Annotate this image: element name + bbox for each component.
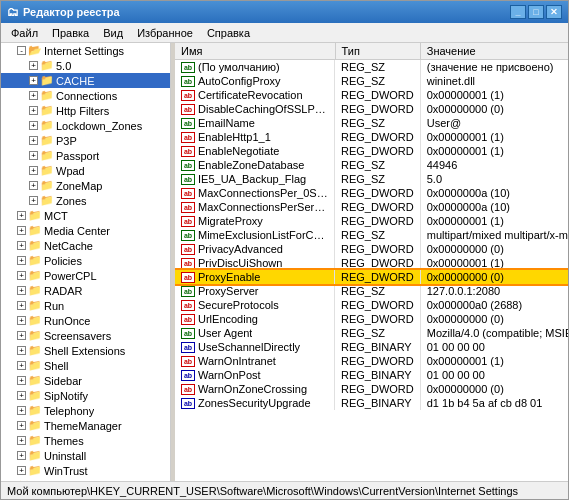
sidebar-item-radar[interactable]: +📁RADAR	[1, 283, 170, 298]
table-row[interactable]: ab(По умолчанию)REG_SZ(значение не присв…	[175, 60, 568, 75]
table-row[interactable]: abMigrateProxyREG_DWORD0x00000001 (1)	[175, 214, 568, 228]
sidebar-item-media-center[interactable]: +📁Media Center	[1, 223, 170, 238]
sidebar-item-uninstall[interactable]: +📁Uninstall	[1, 448, 170, 463]
menu-favorites[interactable]: Избранное	[131, 26, 199, 40]
expand-icon[interactable]: +	[29, 196, 38, 205]
expand-icon[interactable]: +	[29, 166, 38, 175]
table-row[interactable]: abUseSchannelDirectlyREG_BINARY01 00 00 …	[175, 340, 568, 354]
sidebar-item-mct[interactable]: +📁MCT	[1, 208, 170, 223]
expand-icon[interactable]: +	[29, 106, 38, 115]
minimize-button[interactable]: _	[510, 5, 526, 19]
sidebar-item-zones[interactable]: +📁Zones	[1, 193, 170, 208]
table-row[interactable]: abProxyEnableREG_DWORD0x00000000 (0)	[175, 270, 568, 284]
sidebar-item-runonce[interactable]: +📁RunOnce	[1, 313, 170, 328]
expand-icon[interactable]: +	[17, 376, 26, 385]
menu-edit[interactable]: Правка	[46, 26, 95, 40]
expand-icon[interactable]: +	[17, 421, 26, 430]
sidebar-item-internet-settings[interactable]: -📂Internet Settings	[1, 43, 170, 58]
sidebar-item-sidebar[interactable]: +📁Sidebar	[1, 373, 170, 388]
col-type[interactable]: Тип	[335, 43, 420, 60]
reg-name: IE5_UA_Backup_Flag	[198, 173, 306, 185]
table-row[interactable]: abCertificateRevocationREG_DWORD0x000000…	[175, 88, 568, 102]
table-row[interactable]: abEnableHttp1_1REG_DWORD0x00000001 (1)	[175, 130, 568, 144]
expand-icon[interactable]: +	[29, 61, 38, 70]
sidebar-item-cache[interactable]: +📁CACHE	[1, 73, 170, 88]
sidebar-item-screensavers[interactable]: +📁Screensavers	[1, 328, 170, 343]
expand-icon[interactable]: +	[17, 271, 26, 280]
expand-icon[interactable]: +	[17, 466, 26, 475]
table-row[interactable]: abDisableCachingOfSSLPagesREG_DWORD0x000…	[175, 102, 568, 116]
expand-icon[interactable]: +	[29, 151, 38, 160]
sidebar-item-passport[interactable]: +📁Passport	[1, 148, 170, 163]
sidebar-scroll-area[interactable]: -📂Internet Settings+📁5.0+📁CACHE+📁Connect…	[1, 43, 170, 481]
table-row[interactable]: abMimeExclusionListForCacheREG_SZmultipa…	[175, 228, 568, 242]
sidebar-item-connections[interactable]: +📁Connections	[1, 88, 170, 103]
expand-icon[interactable]: +	[17, 301, 26, 310]
expand-icon[interactable]: +	[17, 316, 26, 325]
expand-icon[interactable]: +	[17, 451, 26, 460]
collapse-icon[interactable]: -	[17, 46, 26, 55]
menu-help[interactable]: Справка	[201, 26, 256, 40]
expand-icon[interactable]: +	[17, 361, 26, 370]
cell-name: abUser Agent	[175, 326, 335, 340]
expand-icon[interactable]: +	[29, 91, 38, 100]
sidebar-item-netcache[interactable]: +📁NetCache	[1, 238, 170, 253]
table-row[interactable]: abWarnOnIntranetREG_DWORD0x00000001 (1)	[175, 354, 568, 368]
sidebar[interactable]: -📂Internet Settings+📁5.0+📁CACHE+📁Connect…	[1, 43, 171, 481]
menu-file[interactable]: Файл	[5, 26, 44, 40]
sidebar-item-sipnotify[interactable]: +📁SipNotify	[1, 388, 170, 403]
col-name[interactable]: Имя	[175, 43, 335, 60]
expand-icon[interactable]: +	[17, 241, 26, 250]
table-row[interactable]: abMaxConnectionsPerServerREG_DWORD0x0000…	[175, 200, 568, 214]
close-button[interactable]: ✕	[546, 5, 562, 19]
expand-icon[interactable]: +	[17, 211, 26, 220]
sidebar-item-policies[interactable]: +📁Policies	[1, 253, 170, 268]
expand-icon[interactable]: +	[29, 121, 38, 130]
expand-icon[interactable]: +	[17, 256, 26, 265]
sidebar-item-telephony[interactable]: +📁Telephony	[1, 403, 170, 418]
sidebar-item-5-0[interactable]: +📁5.0	[1, 58, 170, 73]
table-row[interactable]: abPrivacyAdvancedREG_DWORD0x00000000 (0)	[175, 242, 568, 256]
expand-icon[interactable]: +	[29, 76, 38, 85]
sidebar-item-wintrust[interactable]: +📁WinTrust	[1, 463, 170, 478]
expand-icon[interactable]: +	[29, 136, 38, 145]
sidebar-item-lockdown-zones[interactable]: +📁Lockdown_Zones	[1, 118, 170, 133]
expand-icon[interactable]: +	[17, 436, 26, 445]
expand-icon[interactable]: +	[17, 331, 26, 340]
sidebar-item-p3p[interactable]: +📁P3P	[1, 133, 170, 148]
table-row[interactable]: abEnableZoneDatabaseREG_SZ44946	[175, 158, 568, 172]
table-row[interactable]: abEnableNegotiateREG_DWORD0x00000001 (1)	[175, 144, 568, 158]
table-row[interactable]: abWarnOnPostREG_BINARY01 00 00 00	[175, 368, 568, 382]
sidebar-item-thememanager[interactable]: +📁ThemeManager	[1, 418, 170, 433]
table-row[interactable]: abUser AgentREG_SZMozilla/4.0 (compatibl…	[175, 326, 568, 340]
table-row[interactable]: abEmailNameREG_SZUser@	[175, 116, 568, 130]
col-value[interactable]: Значение	[420, 43, 568, 60]
table-row[interactable]: abPrivDiscUiShownREG_DWORD0x00000001 (1)	[175, 256, 568, 270]
sidebar-item-zonemap[interactable]: +📁ZoneMap	[1, 178, 170, 193]
sidebar-item-shell-extensions[interactable]: +📁Shell Extensions	[1, 343, 170, 358]
table-row[interactable]: abWarnOnZoneCrossingREG_DWORD0x00000000 …	[175, 382, 568, 396]
sidebar-item-themes[interactable]: +📁Themes	[1, 433, 170, 448]
sidebar-item-shell[interactable]: +📁Shell	[1, 358, 170, 373]
menu-view[interactable]: Вид	[97, 26, 129, 40]
sidebar-item-http-filters[interactable]: +📁Http Filters	[1, 103, 170, 118]
table-row[interactable]: abMaxConnectionsPer_0ServerREG_DWORD0x00…	[175, 186, 568, 200]
expand-icon[interactable]: +	[17, 226, 26, 235]
table-row[interactable]: abProxyServerREG_SZ127.0.0.1:2080	[175, 284, 568, 298]
sidebar-item-wpad[interactable]: +📁Wpad	[1, 163, 170, 178]
sidebar-item-run[interactable]: +📁Run	[1, 298, 170, 313]
expand-icon[interactable]: +	[17, 346, 26, 355]
expand-icon[interactable]: +	[29, 181, 38, 190]
registry-table[interactable]: Имя Тип Значение ab(По умолчанию)REG_SZ(…	[175, 43, 568, 481]
table-row[interactable]: abZonesSecurityUpgradeREG_BINARYd1 1b b4…	[175, 396, 568, 410]
cell-type: REG_SZ	[335, 326, 420, 340]
sidebar-item-powercpl[interactable]: +📁PowerCPL	[1, 268, 170, 283]
expand-icon[interactable]: +	[17, 391, 26, 400]
table-row[interactable]: abSecureProtocolsREG_DWORD0x000000a0 (26…	[175, 298, 568, 312]
table-row[interactable]: abAutoConfigProxyREG_SZwininet.dll	[175, 74, 568, 88]
table-row[interactable]: abUrlEncodingREG_DWORD0x00000000 (0)	[175, 312, 568, 326]
table-row[interactable]: abIE5_UA_Backup_FlagREG_SZ5.0	[175, 172, 568, 186]
expand-icon[interactable]: +	[17, 406, 26, 415]
expand-icon[interactable]: +	[17, 286, 26, 295]
maximize-button[interactable]: □	[528, 5, 544, 19]
